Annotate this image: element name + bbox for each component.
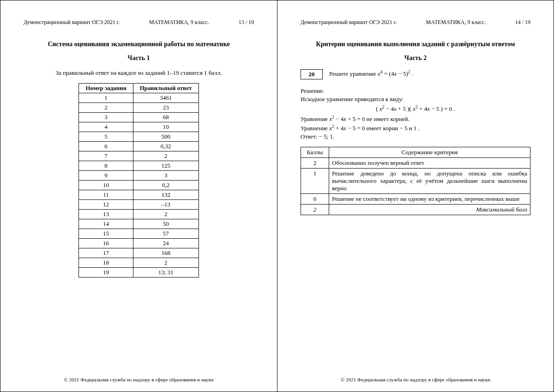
- cell-task-number: 19: [79, 268, 133, 277]
- cell-task-number: 1: [79, 93, 133, 103]
- cell-answer: 3461: [133, 93, 199, 103]
- cell-criterion: Решение не соответствует ни одному из кр…: [329, 194, 530, 205]
- table-row: 1557: [79, 229, 199, 239]
- solution-equation-factored: ( x2 − 4x + 5 )( x2 + 4x − 5 ) = 0 .: [301, 104, 530, 113]
- table-row-max: 2Максимальный балл: [301, 205, 530, 215]
- rh-subject: МАТЕМАТИКА, 9 класс.: [149, 19, 209, 26]
- page-14: Демонстрационный вариант ОГЭ 2021 г. МАТ…: [277, 0, 554, 392]
- table-row: 1624: [79, 239, 199, 248]
- table-row: 12–13: [79, 200, 199, 210]
- table-row: 60,32: [79, 142, 199, 151]
- col-points: Баллы: [301, 147, 329, 158]
- rh-title: Демонстрационный вариант ОГЭ 2021 г.: [24, 19, 120, 26]
- cell-answer: 2: [133, 151, 199, 161]
- cell-task-number: 12: [79, 200, 133, 210]
- cell-task-number: 2: [79, 103, 133, 113]
- solution-line-noroots: Уравнение x2 − 4x + 5 = 0 не имеет корне…: [301, 114, 530, 123]
- table-row: 5500: [79, 132, 199, 142]
- cell-task-number: 10: [79, 181, 133, 190]
- table-row: 93: [79, 171, 199, 181]
- cell-answer: 132: [133, 190, 199, 200]
- table-row: 72: [79, 151, 199, 161]
- running-head-left: Демонстрационный вариант ОГЭ 2021 г. МАТ…: [24, 19, 254, 26]
- table-row: 182: [79, 258, 199, 268]
- cell-answer: 3: [133, 171, 199, 181]
- part-title: Часть 2: [301, 54, 530, 62]
- section-title: Критерии оценивания выполнения заданий с…: [301, 41, 530, 48]
- rubric-table: Баллы Содержание критерия 2Обоснованно п…: [301, 147, 530, 215]
- table-row: 11132: [79, 190, 199, 200]
- cell-answer: 24: [133, 239, 199, 248]
- cell-answer: 125: [133, 161, 199, 171]
- table-row: 8125: [79, 161, 199, 171]
- rh-page-num: 14 / 19: [515, 19, 530, 26]
- table-row: 13461: [79, 93, 199, 103]
- cell-answer: 0,2: [133, 181, 199, 190]
- answers-table: Номер задания Правильный ответ 134612233…: [78, 83, 199, 277]
- solution-label: Решение.: [301, 87, 530, 95]
- col-criterion: Содержание критерия: [329, 147, 530, 158]
- cell-points: 2: [301, 158, 329, 169]
- cell-answer: 50: [133, 219, 199, 229]
- cell-points: 0: [301, 194, 329, 205]
- rh-title: Демонстрационный вариант ОГЭ 2021 г.: [301, 19, 397, 26]
- task-prompt: Решите уравнение x4 = (4x − 5)2 .: [329, 69, 413, 78]
- table-row: 100,2: [79, 181, 199, 190]
- cell-task-number: 16: [79, 239, 133, 248]
- cell-task-number: 6: [79, 142, 133, 151]
- table-row: 132: [79, 210, 199, 219]
- rh-subject: МАТЕМАТИКА, 9 класс.: [426, 19, 486, 26]
- cell-task-number: 13: [79, 210, 133, 219]
- cell-answer: –13: [133, 200, 199, 210]
- cell-answer: 10: [133, 122, 199, 132]
- cell-task-number: 8: [79, 161, 133, 171]
- cell-criterion: Обоснованно получен верный ответ: [329, 158, 530, 169]
- cell-task-number: 11: [79, 190, 133, 200]
- page-13: Демонстрационный вариант ОГЭ 2021 г. МАТ…: [0, 0, 277, 392]
- cell-answer: 2: [133, 258, 199, 268]
- table-row: 17168: [79, 248, 199, 258]
- cell-points: 1: [301, 169, 329, 194]
- cell-answer: 500: [133, 132, 199, 142]
- cell-answer: 13; 31: [133, 268, 199, 277]
- solution-line-reduce: Исходное уравнение приводится к виду:: [301, 95, 530, 103]
- cell-task-number: 3: [79, 113, 133, 122]
- cell-answer: 68: [133, 113, 199, 122]
- cell-answer: 0,32: [133, 142, 199, 151]
- table-row: 2Обоснованно получен верный ответ: [301, 158, 530, 169]
- table-row: 1Решение доведено до конца, но допущена …: [301, 169, 530, 194]
- col-correct-answer: Правильный ответ: [133, 84, 199, 93]
- rh-page-num: 13 / 19: [239, 19, 254, 26]
- cell-criterion: Решение доведено до конца, но допущена о…: [329, 169, 530, 194]
- table-row: 410: [79, 122, 199, 132]
- cell-task-number: 17: [79, 248, 133, 258]
- footer-copyright: © 2021 Федеральная служба по надзору в с…: [301, 363, 530, 382]
- table-row: 1450: [79, 219, 199, 229]
- two-page-spread: Демонстрационный вариант ОГЭ 2021 г. МАТ…: [0, 0, 554, 392]
- table-row: 1913; 31: [79, 268, 199, 277]
- cell-answer: 57: [133, 229, 199, 239]
- col-task-number: Номер задания: [79, 84, 133, 93]
- cell-task-number: 5: [79, 132, 133, 142]
- part-title: Часть 1: [24, 54, 254, 62]
- table-row: 368: [79, 113, 199, 122]
- cell-task-number: 4: [79, 122, 133, 132]
- cell-task-number: 18: [79, 258, 133, 268]
- solution-answer: Ответ: − 5; 1.: [301, 133, 530, 141]
- cell-task-number: 9: [79, 171, 133, 181]
- table-row: 223: [79, 103, 199, 113]
- cell-max-points: 2: [301, 205, 329, 215]
- task-20: 20 Решите уравнение x4 = (4x − 5)2 .: [301, 69, 530, 79]
- task-number-box: 20: [301, 69, 323, 79]
- cell-answer: 23: [133, 103, 199, 113]
- cell-answer: 2: [133, 210, 199, 219]
- section-title: Система оценивания экзаменационной работ…: [24, 41, 254, 48]
- solution-block: Решение. Исходное уравнение приводится к…: [301, 87, 530, 140]
- running-head-right: Демонстрационный вариант ОГЭ 2021 г. МАТ…: [301, 19, 530, 26]
- cell-answer: 168: [133, 248, 199, 258]
- cell-task-number: 14: [79, 219, 133, 229]
- footer-copyright: © 2021 Федеральная служба по надзору в с…: [24, 363, 254, 382]
- cell-task-number: 15: [79, 229, 133, 239]
- cell-max-label: Максимальный балл: [329, 205, 530, 215]
- scoring-intro: За правильный ответ на каждое из заданий…: [24, 69, 254, 77]
